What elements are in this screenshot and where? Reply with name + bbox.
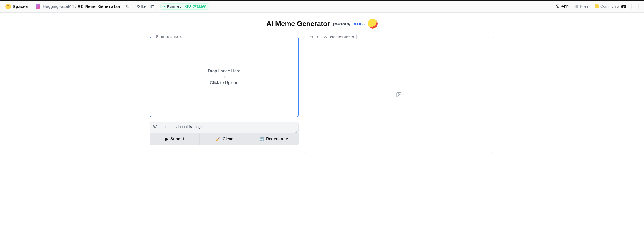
resize-handle-icon[interactable]: ◢: [296, 130, 298, 133]
status-upgrade: UPGRADE: [192, 5, 206, 8]
svg-point-14: [310, 36, 311, 37]
play-icon: ▶: [166, 137, 168, 141]
submit-button[interactable]: ▶ Submit: [150, 133, 200, 145]
breadcrumb-separator: /: [75, 4, 76, 9]
image-dropzone[interactable]: Drop Image Here - or - Click to Upload: [150, 37, 298, 117]
like-group: like 97: [134, 3, 156, 10]
files-icon: [575, 5, 578, 8]
app-content: AI Meme Generator powered by IDEFICS Ima…: [141, 12, 503, 159]
powered-by-text: powered by: [333, 22, 352, 26]
heart-icon: [137, 5, 140, 8]
spaces-home-link[interactable]: Spaces: [5, 4, 28, 9]
more-menu-button[interactable]: [632, 3, 639, 10]
input-panel-label-text: Image to meme: [160, 35, 182, 38]
page-title: AI Meme Generator: [266, 20, 330, 28]
image-icon: [156, 35, 158, 38]
like-count[interactable]: 97: [148, 3, 156, 9]
like-button[interactable]: like: [134, 3, 148, 9]
copy-name-button[interactable]: [125, 4, 130, 9]
dropzone-line1: Drop Image Here: [208, 69, 240, 73]
hero-emoji-icon: [368, 19, 378, 28]
breadcrumb-owner[interactable]: HuggingFaceM4: [43, 4, 74, 9]
svg-point-16: [398, 94, 399, 94]
prompt-textarea[interactable]: Write a meme about this image. ◢: [150, 122, 298, 134]
svg-point-12: [156, 36, 157, 36]
output-panel: IDEFICS Generated Memes: [304, 37, 494, 153]
tab-files-label: Files: [580, 4, 588, 9]
status-prefix: Running on: [167, 5, 183, 8]
output-panel-label-text: IDEFICS Generated Memes: [314, 35, 354, 39]
spaces-label: Spaces: [12, 4, 28, 9]
input-panel-label: Image to meme: [152, 33, 185, 40]
powered-by: powered by IDEFICS: [333, 22, 365, 26]
hero: AI Meme Generator powered by IDEFICS: [150, 19, 494, 28]
panels: Image to meme Drop Image Here - or - Cli…: [150, 37, 494, 153]
idefics-link[interactable]: IDEFICS: [352, 22, 365, 26]
left-column: Image to meme Drop Image Here - or - Cli…: [150, 37, 298, 145]
input-panel: Image to meme Drop Image Here - or - Cli…: [150, 37, 298, 117]
submit-label: Submit: [170, 137, 184, 141]
community-count-badge: 5: [622, 5, 626, 8]
tab-community-label: Community: [600, 4, 620, 9]
tab-files[interactable]: Files: [575, 4, 588, 13]
tab-community[interactable]: Community 5: [594, 4, 626, 13]
svg-point-8: [635, 5, 635, 5]
divider: [32, 4, 32, 9]
dropzone-or: - or -: [208, 75, 240, 79]
output-panel-label: IDEFICS Generated Memes: [307, 34, 357, 40]
broom-icon: 🧹: [216, 137, 221, 141]
breadcrumb: HuggingFaceM4 / AI_Meme_Generator: [43, 4, 121, 9]
copy-icon: [126, 5, 130, 8]
svg-point-9: [635, 6, 635, 7]
owner-avatar-icon[interactable]: [36, 4, 40, 9]
regenerate-button[interactable]: 🔄 Regenerate: [249, 133, 298, 145]
huggingface-logo-icon: [5, 4, 11, 9]
image-icon: [310, 35, 313, 38]
clear-button[interactable]: 🧹 Clear: [200, 133, 249, 145]
status-dot-icon: [164, 5, 166, 7]
nav-tabs: App Files Community 5: [556, 4, 626, 9]
like-label: like: [141, 5, 146, 8]
action-button-row: ▶ Submit 🧹 Clear 🔄 Regenerate: [150, 133, 298, 145]
dropzone-line2: Click to Upload: [208, 80, 240, 85]
tab-app[interactable]: App: [556, 4, 569, 13]
image-placeholder-icon: [396, 92, 402, 98]
cube-icon: [556, 4, 560, 8]
community-icon: [594, 4, 598, 8]
prompt-value: Write a meme about this image.: [153, 125, 204, 129]
tab-app-label: App: [561, 4, 569, 8]
refresh-icon: 🔄: [260, 137, 264, 141]
svg-point-10: [635, 7, 635, 8]
status-badge[interactable]: Running on CPU UPGRADE: [160, 3, 209, 9]
regenerate-label: Regenerate: [266, 137, 288, 141]
dots-vertical-icon: [633, 5, 637, 8]
top-bar: Spaces HuggingFaceM4 / AI_Meme_Generator…: [0, 0, 644, 12]
clear-label: Clear: [222, 137, 232, 141]
breadcrumb-space-name[interactable]: AI_Meme_Generator: [78, 4, 121, 9]
status-cpu: CPU: [185, 5, 190, 8]
